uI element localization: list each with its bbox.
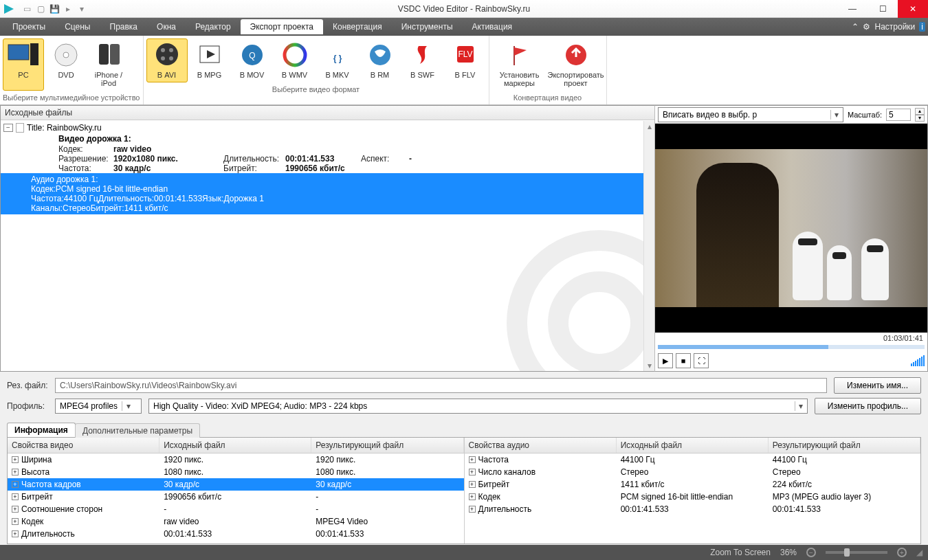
table-row[interactable]: +Битрейт1990656 кбит/с- xyxy=(8,491,464,503)
menu-Активация[interactable]: Активация xyxy=(463,19,522,34)
result-file-path[interactable]: C:\Users\RainbowSky.ru\Videos\RainbowSky… xyxy=(55,378,827,393)
tab-extra-params[interactable]: Дополнительные параметры xyxy=(75,423,200,438)
scroll-down-icon[interactable]: ▾ xyxy=(644,360,655,371)
svg-point-8 xyxy=(161,48,165,52)
table-row[interactable]: +Частота44100 Гц44100 Гц xyxy=(465,453,921,466)
table-row[interactable]: +Битрейт1411 кбит/c224 кбит/c xyxy=(465,478,921,491)
ribbon-В-RM[interactable]: В RM xyxy=(360,38,401,82)
expand-icon[interactable]: + xyxy=(12,456,19,463)
svg-point-4 xyxy=(63,52,69,58)
qa-new-icon[interactable]: ▢ xyxy=(34,3,47,15)
table-row[interactable]: +Длительность00:01:41.53300:01:41.533 xyxy=(8,528,464,540)
ribbon-В-MOV[interactable]: QВ MOV xyxy=(232,38,273,82)
expand-icon[interactable]: + xyxy=(12,530,19,537)
zoom-spinner[interactable]: ▴▾ xyxy=(915,108,925,122)
ribbon-iPhone-/-iPod[interactable]: iPhone / iPod xyxy=(88,38,129,91)
scroll-up-icon[interactable]: ▴ xyxy=(644,121,655,132)
expand-icon[interactable]: + xyxy=(469,481,476,488)
expand-icon[interactable]: + xyxy=(469,469,476,475)
menu-Редактор[interactable]: Редактор xyxy=(186,19,241,34)
menu-Проекты[interactable]: Проекты xyxy=(3,19,55,34)
project-title-row[interactable]: − Title: RainbowSky.ru xyxy=(3,123,652,134)
table-row[interactable]: +Высота1080 пикс.1080 пикс. xyxy=(8,466,464,478)
project-title: Title: RainbowSky.ru xyxy=(27,123,102,133)
expand-icon[interactable]: + xyxy=(12,506,19,513)
close-button[interactable]: ✕ xyxy=(898,0,928,18)
source-files-pane: Исходные файлы − Title: RainbowSky.ru Ви… xyxy=(0,105,654,372)
qa-save-icon[interactable]: 💾 xyxy=(48,3,60,15)
change-name-button[interactable]: Изменить имя... xyxy=(834,377,921,394)
zoom-slider[interactable] xyxy=(826,551,887,554)
stop-button[interactable]: ■ xyxy=(676,353,691,368)
menu-Правка[interactable]: Правка xyxy=(100,19,148,34)
fullscreen-button[interactable]: ⛶ xyxy=(694,353,709,368)
resize-grip-icon[interactable]: ◢ xyxy=(916,548,923,557)
qa-open-icon[interactable]: ▭ xyxy=(21,3,33,15)
change-profile-button[interactable]: Изменить профиль... xyxy=(815,398,921,414)
ribbon-Установить-маркеры[interactable]: Установить маркеры xyxy=(492,38,547,91)
expand-icon[interactable]: + xyxy=(12,493,19,500)
ribbon-В-FLV[interactable]: FLVВ FLV xyxy=(445,38,486,82)
ribbon-PC[interactable]: PC xyxy=(3,38,44,91)
menu-Инструменты[interactable]: Инструменты xyxy=(392,19,463,34)
quick-access: ▭ ▢ 💾 ▸ ▾ xyxy=(21,3,88,15)
collapse-icon[interactable]: − xyxy=(3,124,13,132)
quality-select[interactable]: High Quality - Video: XviD MPEG4; Audio:… xyxy=(148,399,808,414)
ribbon-В-WMV[interactable]: В WMV xyxy=(274,38,316,82)
svg-text:FLV: FLV xyxy=(458,49,472,59)
zoom-value[interactable]: 5 xyxy=(886,109,911,121)
volume-indicator[interactable] xyxy=(911,355,925,366)
collapse-ribbon-icon[interactable]: ⌃ xyxy=(852,22,859,32)
tab-information[interactable]: Информация xyxy=(7,423,76,437)
profile-select[interactable]: MPEG4 profiles ▾ xyxy=(55,399,142,414)
window-title: VSDC Video Editor - RainbowSky.ru xyxy=(0,4,928,14)
svg-rect-1 xyxy=(8,45,29,60)
table-row[interactable]: +КодекPCM signed 16-bit little-endianMP3… xyxy=(465,491,921,503)
ribbon-group-title: Выберите мультимедийное устройство xyxy=(3,91,140,104)
table-row[interactable]: +Соотношение сторон-- xyxy=(8,503,464,515)
video-preview[interactable] xyxy=(655,124,927,333)
menu-Конвертация[interactable]: Конвертация xyxy=(323,19,392,34)
ribbon-В-MPG[interactable]: В MPG xyxy=(189,38,230,82)
ribbon-group-title: Выберите видео формат xyxy=(146,82,486,96)
zoom-in-button[interactable]: + xyxy=(897,548,907,557)
ribbon-Экспортировать-проект[interactable]: Экспортировать проект xyxy=(549,38,604,91)
menu-Окна[interactable]: Окна xyxy=(147,19,186,34)
scrollbar-vertical[interactable]: ▴ ▾ xyxy=(643,121,654,371)
svg-point-11 xyxy=(169,56,173,60)
fit-mode-select[interactable]: Вписать видео в выбр. р ▾ xyxy=(658,107,843,122)
menu-Экспорт проекта[interactable]: Экспорт проекта xyxy=(241,19,323,34)
table-row[interactable]: +Кодекraw videoMPEG4 Video xyxy=(8,515,464,528)
maximize-button[interactable]: ☐ xyxy=(868,0,898,18)
character-2 xyxy=(827,245,852,300)
settings-label[interactable]: Настройки xyxy=(874,22,915,32)
table-row[interactable]: +Число каналовСтереоСтерео xyxy=(465,466,921,478)
ribbon-DVD[interactable]: DVD xyxy=(45,38,87,91)
audio-properties-table: Свойства аудиоИсходный файлРезультирующи… xyxy=(465,438,921,544)
svg-text:Q: Q xyxy=(249,51,255,60)
minimize-button[interactable]: — xyxy=(837,0,868,18)
expand-icon[interactable]: + xyxy=(12,481,19,488)
table-row[interactable]: +Длительность00:01:41.53300:01:41.533 xyxy=(465,503,921,515)
help-icon[interactable]: i xyxy=(919,22,925,32)
qa-play-icon[interactable]: ▸ xyxy=(62,3,74,15)
expand-icon[interactable]: + xyxy=(469,506,476,513)
ribbon: PCDVDiPhone / iPodВыберите мультимедийно… xyxy=(0,36,928,105)
ribbon-В-MKV[interactable]: { }В MKV xyxy=(317,38,358,82)
table-row[interactable]: +Ширина1920 пикс.1920 пикс. xyxy=(8,453,464,466)
expand-icon[interactable]: + xyxy=(12,469,19,475)
zoom-out-button[interactable]: − xyxy=(806,548,816,557)
play-button[interactable]: ▶ xyxy=(658,353,673,368)
progress-bar[interactable] xyxy=(658,345,925,349)
expand-icon[interactable]: + xyxy=(469,456,476,463)
expand-icon[interactable]: + xyxy=(469,493,476,500)
file-icon xyxy=(16,123,24,133)
qa-dropdown-icon[interactable]: ▾ xyxy=(76,3,88,15)
table-row[interactable]: +Частота кадров30 кадр/c30 кадр/c xyxy=(8,478,464,491)
ribbon-В-SWF[interactable]: В SWF xyxy=(402,38,443,82)
menu-Сцены[interactable]: Сцены xyxy=(55,19,100,34)
ribbon-В-AVI[interactable]: В AVI xyxy=(146,38,188,82)
gear-icon[interactable]: ⚙ xyxy=(863,22,870,32)
expand-icon[interactable]: + xyxy=(12,518,19,525)
zoom-to-screen-label[interactable]: Zoom To Screen xyxy=(710,548,771,557)
